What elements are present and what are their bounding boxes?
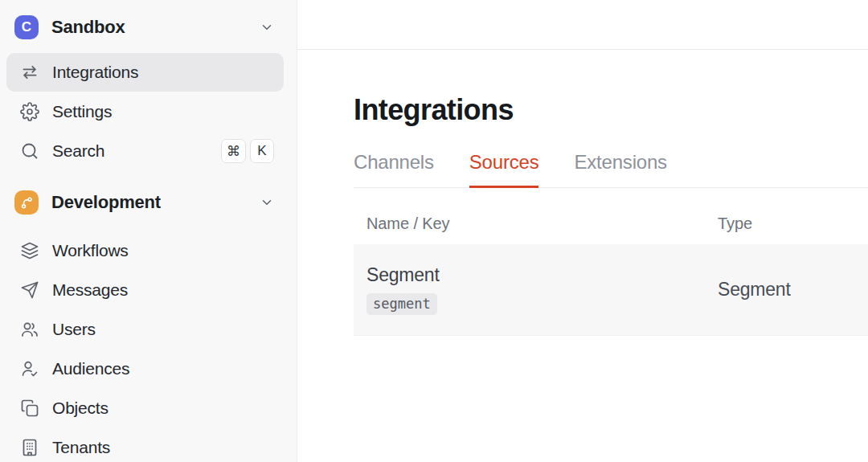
tab-channels[interactable]: Channels [354,151,434,187]
column-header-name-key: Name / Key [354,215,705,244]
integration-type: Segment [718,279,791,300]
sidebar-item-settings[interactable]: Settings [6,92,284,131]
sidebar-item-label: Settings [52,102,112,121]
sidebar-item-tenants[interactable]: Tenants [6,428,284,462]
workspace-name: Sandbox [51,17,125,38]
search-icon [19,141,40,161]
user-check-icon [19,358,40,379]
sidebar-item-label: Objects [52,399,108,418]
page-title: Integrations [354,93,868,127]
layers-icon [19,240,40,261]
swap-arrows-icon [19,62,40,83]
workspace-switcher[interactable]: C Sandbox [6,8,284,47]
sidebar-item-audiences[interactable]: Audiences [6,350,284,388]
main-panel: Integrations Channels Sources Extensions… [297,0,868,462]
tab-extensions[interactable]: Extensions [574,151,666,187]
k-keycap: K [250,139,274,163]
workspace-logo-letter: C [22,19,31,35]
building-icon [19,437,40,458]
sidebar-item-label: Workflows [52,241,129,260]
tab-sources[interactable]: Sources [469,151,539,187]
search-shortcut: ⌘ K [221,139,274,163]
chevron-down-icon [260,195,274,210]
integrations-page: Integrations Channels Sources Extensions… [297,50,868,336]
gear-icon [19,101,40,122]
workspace-logo: C [14,15,39,39]
integration-name: Segment [366,264,692,286]
top-bar [297,0,868,50]
integration-key-badge: segment [366,293,437,315]
sidebar-item-objects[interactable]: Objects [6,389,284,427]
sidebar-item-label: Tenants [52,438,110,457]
sidebar-item-integrations[interactable]: Integrations [6,53,284,92]
paper-plane-icon [19,280,40,301]
cmd-keycap: ⌘ [221,139,246,163]
sidebar-item-workflows[interactable]: Workflows [6,231,284,270]
sidebar-section-development[interactable]: Development [6,183,284,222]
sidebar-item-messages[interactable]: Messages [6,271,284,309]
sidebar-item-label: Search [52,141,104,161]
sidebar: C Sandbox Integrations Settings [0,0,297,462]
branch-icon [14,190,39,215]
section-label: Development [51,192,161,213]
copy-icon [19,398,40,419]
sidebar-item-label: Audiences [52,359,129,378]
sidebar-item-search[interactable]: Search ⌘ K [6,132,284,170]
table-header: Name / Key Type [354,215,868,244]
chevron-down-icon [260,20,274,35]
tab-bar: Channels Sources Extensions [354,151,868,188]
column-header-type: Type [705,215,868,244]
sidebar-item-label: Users [52,320,96,339]
sidebar-item-users[interactable]: Users [6,310,284,349]
table-row[interactable]: Segment segment Segment [354,244,868,336]
sources-table: Name / Key Type Segment segment Segment [354,215,868,336]
sidebar-item-label: Messages [52,280,128,300]
users-icon [19,319,40,340]
sidebar-item-label: Integrations [52,63,138,82]
